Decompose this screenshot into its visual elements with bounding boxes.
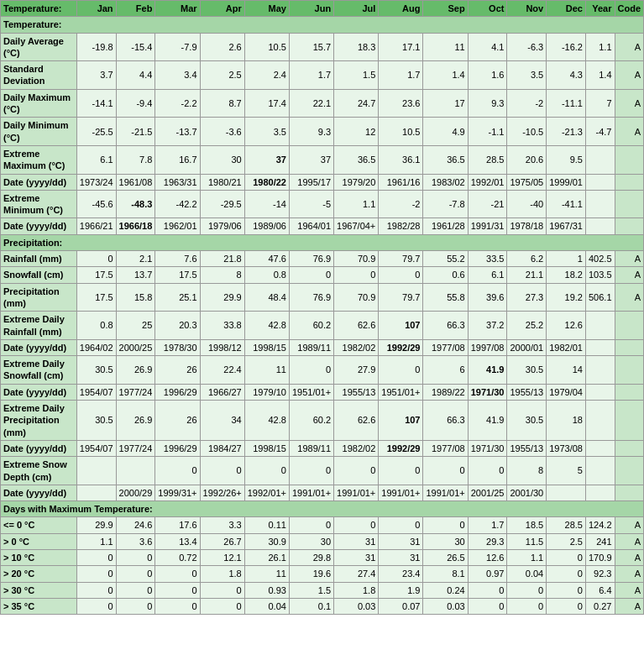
col-year: Year <box>585 1 615 17</box>
data-cell: 17.5 <box>155 267 200 283</box>
row-label: Date (yyyy/dd) <box>1 440 77 456</box>
data-cell: 0 <box>334 517 379 533</box>
data-cell: 36.5 <box>334 145 379 174</box>
data-cell: 30 <box>200 145 244 174</box>
data-cell: 0 <box>334 267 379 283</box>
data-cell: 1980/22 <box>244 174 289 190</box>
data-cell: 170.9 <box>585 549 615 565</box>
data-cell <box>585 190 615 218</box>
data-cell: 6.1 <box>76 145 116 174</box>
data-cell: 1.9 <box>379 582 423 598</box>
data-cell: -3.6 <box>200 118 244 146</box>
table-row: > 35 °C00000.040.10.030.070.030000.27A <box>1 598 644 614</box>
data-cell: 0.8 <box>76 312 116 340</box>
data-cell: -7.8 <box>423 190 468 218</box>
code-cell: A <box>615 61 644 90</box>
data-cell: 1984/27 <box>200 440 244 456</box>
data-cell: 28.5 <box>468 145 507 174</box>
data-cell: 0 <box>116 566 155 582</box>
data-cell: 1983/02 <box>423 174 468 190</box>
data-cell: 4.4 <box>116 61 155 90</box>
col-jul: Jul <box>334 1 379 17</box>
col-may: May <box>244 1 289 17</box>
data-cell: 1996/29 <box>155 440 200 456</box>
data-cell: 1995/17 <box>289 174 333 190</box>
data-cell: 10.5 <box>379 118 423 146</box>
data-cell: 1979/06 <box>200 218 244 234</box>
data-cell: 66.3 <box>423 312 468 340</box>
data-cell: 0.93 <box>244 582 289 598</box>
data-cell: 1989/11 <box>289 440 333 456</box>
data-cell <box>585 174 615 190</box>
data-cell: -29.5 <box>200 190 244 218</box>
data-cell <box>585 218 615 234</box>
code-cell: A <box>615 283 644 312</box>
data-cell: 0 <box>507 598 547 614</box>
data-cell: 29.9 <box>200 283 244 312</box>
data-cell: 1998/15 <box>244 339 289 355</box>
data-cell: 4.1 <box>468 33 507 61</box>
data-cell: 1.5 <box>334 61 379 90</box>
data-cell: 0 <box>379 356 423 385</box>
data-cell: 30.5 <box>507 356 547 385</box>
data-cell: 39.6 <box>468 283 507 312</box>
data-cell: 1955/13 <box>334 384 379 400</box>
data-cell: 2.5 <box>200 61 244 90</box>
data-cell: 1975/05 <box>507 174 547 190</box>
data-cell: 0.07 <box>379 598 423 614</box>
code-cell <box>615 485 644 500</box>
data-cell: 22.4 <box>200 356 244 385</box>
data-cell: 19.6 <box>289 566 333 582</box>
table-row: > 30 °C00000.931.51.81.90.240006.4A <box>1 582 644 598</box>
data-cell: 1979/04 <box>547 384 586 400</box>
data-cell: 18.2 <box>547 267 586 283</box>
code-cell <box>615 401 644 441</box>
data-cell: 0 <box>76 598 116 614</box>
data-cell: -48.3 <box>116 190 155 218</box>
data-cell: -5 <box>289 190 333 218</box>
data-cell: 1978/18 <box>507 218 547 234</box>
data-cell: -1.1 <box>468 118 507 146</box>
data-cell: 1979/10 <box>244 384 289 400</box>
data-cell: 0 <box>155 598 200 614</box>
data-cell: 11 <box>423 33 468 61</box>
row-label: <= 0 °C <box>1 517 77 533</box>
code-cell: A <box>615 517 644 533</box>
data-cell: 23.4 <box>379 566 423 582</box>
code-cell <box>615 145 644 174</box>
data-cell: 25 <box>116 312 155 340</box>
data-cell: 0.04 <box>244 598 289 614</box>
data-cell: 18.5 <box>507 517 547 533</box>
data-cell: 70.9 <box>334 251 379 267</box>
data-cell: 8 <box>507 457 547 485</box>
data-cell: 2001/30 <box>507 485 547 500</box>
data-cell: 8.1 <box>423 566 468 582</box>
data-cell: 1951/01+ <box>289 384 333 400</box>
table-row: Precipitation (mm)17.515.825.129.948.476… <box>1 283 644 312</box>
data-cell: 7.6 <box>155 251 200 267</box>
data-cell: 0.1 <box>289 598 333 614</box>
data-cell: 0 <box>76 582 116 598</box>
data-cell: 0 <box>244 457 289 485</box>
data-cell <box>585 485 615 500</box>
data-cell: 1992/01 <box>468 174 507 190</box>
table-row: Date (yyyy/dd)1954/071977/241996/291984/… <box>1 440 644 456</box>
data-cell: 241 <box>585 533 615 549</box>
data-cell: 1966/21 <box>76 218 116 234</box>
data-cell: 3.6 <box>116 533 155 549</box>
data-cell: 1955/13 <box>507 384 547 400</box>
data-cell: 29.3 <box>468 533 507 549</box>
data-cell: 17.5 <box>76 267 116 283</box>
data-cell: -40 <box>507 190 547 218</box>
data-cell: 0 <box>423 457 468 485</box>
table-row: Daily Minimum (°C)-25.5-21.5-13.7-3.63.5… <box>1 118 644 146</box>
data-cell: 1951/01+ <box>379 384 423 400</box>
climate-table: Temperature: Jan Feb Mar Apr May Jun Jul… <box>0 0 644 615</box>
data-cell: 506.1 <box>585 283 615 312</box>
data-cell: 0 <box>289 457 333 485</box>
data-cell: 1971/30 <box>468 384 507 400</box>
row-label: Date (yyyy/dd) <box>1 339 77 355</box>
data-cell: -21.3 <box>547 118 586 146</box>
data-cell: 1977/24 <box>116 384 155 400</box>
data-cell: 25.1 <box>155 283 200 312</box>
